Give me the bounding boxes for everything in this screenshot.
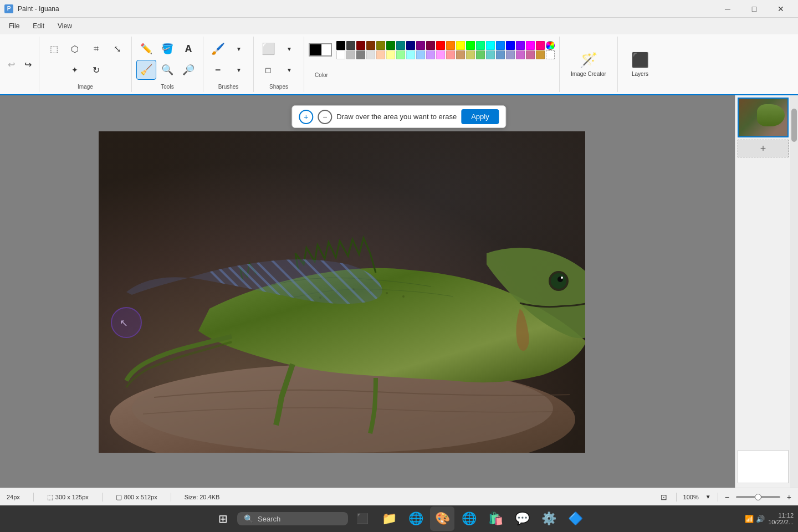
brush-size-button[interactable]: ━	[208, 60, 228, 80]
color-paleblue[interactable]	[486, 50, 495, 59]
color-rose[interactable]	[526, 50, 535, 59]
foreground-color-indicator[interactable]	[309, 43, 322, 57]
eraser-button[interactable]: 🧹	[136, 60, 156, 80]
color-brown[interactable]	[366, 41, 375, 50]
text-button[interactable]: A	[178, 39, 198, 59]
color-sage[interactable]	[476, 50, 485, 59]
color-darkred[interactable]	[356, 41, 365, 50]
fill-outline-button[interactable]: ▼	[279, 60, 299, 80]
color-lightsalmon[interactable]	[446, 50, 455, 59]
file-explorer-button[interactable]: 📁	[377, 507, 401, 531]
image-creator-button[interactable]: 🪄 Image Creator	[564, 48, 613, 80]
color-teal[interactable]	[396, 41, 405, 50]
crop-button[interactable]: ⌗	[86, 39, 106, 59]
git-button[interactable]: ⚙️	[536, 507, 561, 531]
zoom-dropdown[interactable]: ▼	[705, 494, 711, 500]
color-khaki[interactable]	[466, 50, 475, 59]
zoom-out-icon[interactable]: −	[725, 493, 729, 502]
outline-button[interactable]: ◻	[258, 60, 278, 80]
minimize-button[interactable]: ─	[715, 0, 740, 18]
apply-button[interactable]: Apply	[461, 109, 499, 124]
maximize-button[interactable]: □	[741, 0, 767, 18]
color-lightblue[interactable]	[416, 50, 425, 59]
shapes-button[interactable]: ⬜	[258, 39, 278, 59]
color-lightyellow[interactable]	[386, 50, 395, 59]
color-white[interactable]	[336, 50, 345, 59]
color-cyan-dark[interactable]	[476, 41, 485, 50]
scrollbar-thumb[interactable]	[791, 109, 797, 142]
color-blue[interactable]	[506, 41, 515, 50]
brush-subtract-button[interactable]: −	[318, 110, 332, 124]
taskbar-search[interactable]: 🔍 Search	[237, 512, 348, 525]
color-olive[interactable]	[376, 41, 385, 50]
color-lightgray[interactable]	[366, 50, 375, 59]
color-lightpink[interactable]	[436, 50, 445, 59]
redo-button[interactable]: ↪	[20, 57, 35, 72]
color-lightcyan[interactable]	[406, 50, 415, 59]
rotate-button[interactable]: ↻	[86, 60, 106, 80]
sound-icon[interactable]: 🔊	[756, 515, 765, 523]
color-purple[interactable]	[416, 41, 425, 50]
color-special[interactable]	[546, 41, 555, 50]
thumbnail-item[interactable]	[738, 98, 789, 137]
pencil-button[interactable]: ✏️	[136, 39, 156, 59]
browser-icon-2[interactable]: 🌐	[457, 507, 481, 531]
social-button[interactable]: 💬	[510, 507, 534, 531]
color-hotpink[interactable]	[536, 41, 545, 50]
colorpick-button[interactable]: 🔍	[157, 60, 177, 80]
add-layer-button[interactable]: +	[738, 140, 789, 157]
color-copper[interactable]	[536, 50, 545, 59]
brush-type-button[interactable]: 🖌️	[208, 39, 228, 59]
color-lime[interactable]	[466, 41, 475, 50]
menu-view[interactable]: View	[51, 20, 79, 32]
color-orange[interactable]	[446, 41, 455, 50]
color-maroon[interactable]	[426, 41, 435, 50]
color-cornflower[interactable]	[496, 50, 505, 59]
brush-arrow-button[interactable]: ▼	[229, 39, 249, 59]
menu-edit[interactable]: Edit	[26, 20, 51, 32]
color-lavender[interactable]	[426, 50, 435, 59]
color-yellow[interactable]	[456, 41, 465, 50]
zoom-thumb[interactable]	[755, 494, 761, 500]
close-button[interactable]: ✕	[768, 0, 794, 18]
clock[interactable]: 11:12 10/22/2...	[768, 512, 794, 525]
network-icon[interactable]: 📶	[745, 515, 754, 523]
browser-icon-1[interactable]: 🌐	[403, 507, 428, 531]
fit-button[interactable]: ⊡	[658, 492, 669, 503]
menu-file[interactable]: File	[2, 20, 26, 32]
zoom-slider[interactable]	[736, 496, 780, 498]
color-navy[interactable]	[406, 41, 415, 50]
freeselect-button[interactable]: ⬡	[65, 39, 85, 59]
color-custom[interactable]	[546, 50, 555, 59]
color-darkgray[interactable]	[346, 41, 355, 50]
task-view-button[interactable]: ⬛	[350, 507, 375, 531]
color-periwinkle[interactable]	[506, 50, 515, 59]
zoom-in-icon[interactable]: +	[787, 493, 791, 502]
undo-button[interactable]: ↩	[3, 57, 19, 72]
color-sky[interactable]	[496, 41, 505, 50]
color-violet[interactable]	[516, 41, 525, 50]
color-darkgreen[interactable]	[386, 41, 395, 50]
color-tan[interactable]	[456, 50, 465, 59]
resize-button[interactable]: ⤡	[107, 39, 127, 59]
select-button[interactable]: ⬚	[44, 39, 64, 59]
zoom-button[interactable]: 🔎	[178, 60, 198, 80]
other-button[interactable]: 🔷	[563, 507, 587, 531]
color-pink[interactable]	[526, 41, 535, 50]
color-medgray[interactable]	[356, 50, 365, 59]
fill-button[interactable]: 🪣	[157, 39, 177, 59]
start-button[interactable]: ⊞	[211, 507, 235, 531]
shapes-arrow-button[interactable]: ▼	[279, 39, 299, 59]
layers-button[interactable]: ⬛ Layers	[623, 48, 657, 80]
color-lightgreen[interactable]	[396, 50, 405, 59]
color-black[interactable]	[336, 41, 345, 50]
color-silver[interactable]	[346, 50, 355, 59]
brush-add-button[interactable]: +	[299, 110, 313, 124]
color-spring[interactable]	[486, 41, 495, 50]
store-button[interactable]: 🛍️	[483, 507, 508, 531]
color-plum[interactable]	[516, 50, 525, 59]
paint-app-button[interactable]: 🎨	[430, 507, 454, 531]
color-red[interactable]	[436, 41, 445, 50]
brush-size-arrow[interactable]: ▼	[229, 60, 249, 80]
color-peach[interactable]	[376, 50, 385, 59]
